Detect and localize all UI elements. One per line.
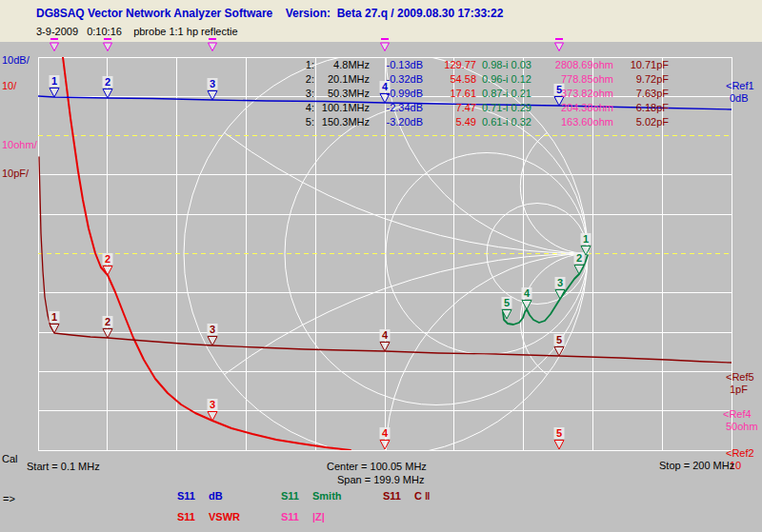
marker-cell-freq-5: 150.3MHz (314, 116, 370, 128)
svg-text:2: 2 (105, 76, 110, 88)
start-freq-label: Start = 0.1 MHz (27, 461, 100, 472)
legend-s11-vswr[interactable]: S11VSWR (177, 511, 253, 522)
stop-freq-label: Stop = 200 MHz (659, 460, 734, 471)
marker-cell-vswr-1: 129.77 (427, 59, 476, 70)
legend-s11-c-port: S11 (383, 490, 401, 502)
marker-cell-vswr-4: 7.47 (427, 102, 476, 113)
app-title: DG8SAQ Vector Network Analyzer Software … (36, 7, 503, 20)
scale-label-ohm: 10ohm/ (2, 139, 37, 150)
marker-cell-freq-4: 100.1MHz (314, 102, 370, 113)
scale-label-db: 10dB/ (2, 54, 30, 66)
marker-cell-smith-4: 0.71-i 0.29 (482, 102, 543, 113)
legend-s11-z-name: |Z| (312, 511, 325, 522)
title-bar: DG8SAQ Vector Network Analyzer Software … (0, 0, 762, 42)
ref4-value: 50ohm (723, 421, 759, 433)
svg-text:1: 1 (51, 75, 57, 87)
marker-cell-ohm-3: 373.82ohm (541, 88, 613, 99)
marker-cell-pf-1: 10.71pF (619, 59, 669, 70)
marker-cell-ohm-5: 163.60ohm (541, 116, 613, 128)
marker-cell-idx-3: 3: (291, 88, 314, 99)
svg-text:4: 4 (382, 329, 389, 341)
ref5-arrow: <Ref5 (726, 371, 762, 384)
svg-text:5: 5 (504, 297, 510, 308)
marker-cell-freq-1: 4.8MHz (314, 59, 370, 70)
marker-cell-ohm-2: 778.85ohm (541, 73, 613, 85)
legend-s11-c-name: C ‖ (414, 490, 430, 502)
marker-cell-freq-3: 50.3MHz (314, 88, 370, 99)
cal-label: Cal (2, 453, 18, 464)
marker-cell-vswr-3: 17.61 (427, 88, 476, 99)
svg-text:1: 1 (583, 233, 589, 245)
svg-text:3: 3 (210, 399, 215, 410)
marker-cell-pf-2: 9.72pF (619, 73, 669, 85)
legend-s11-smith[interactable]: S11Smith (281, 490, 355, 502)
marker-cell-smith-5: 0.61-i 0.32 (482, 116, 543, 128)
legend-s11-db-port: S11 (177, 490, 195, 502)
marker-cell-idx-2: 2: (291, 73, 314, 85)
svg-text:3: 3 (557, 277, 563, 288)
span-freq-label: Span = 199.9 MHz (337, 474, 424, 485)
marker-cell-db-2: -0.32dB (373, 73, 423, 85)
legend-s11-vswr-port: S11 (177, 511, 195, 522)
scale-label-pf: 10pF/ (2, 167, 29, 179)
legend-s11-z-port: S11 (281, 511, 299, 522)
svg-text:4: 4 (524, 287, 531, 299)
svg-text:3: 3 (210, 78, 215, 89)
marker-cell-idx-1: 1: (291, 59, 314, 70)
svg-text:2: 2 (105, 316, 110, 327)
marker-cell-pf-5: 5.02pF (619, 116, 669, 128)
marker-cell-ohm-4: 204.38ohm (541, 102, 613, 113)
marker-cell-idx-4: 4: (291, 102, 314, 113)
info-line: 3-9-2009 0:10:16 pbrobe 1:1 hp reflectie (36, 26, 238, 37)
svg-text:1: 1 (51, 311, 57, 323)
marker-cell-pf-4: 6.18pF (619, 102, 669, 113)
marker-cell-vswr-2: 54.58 (427, 73, 476, 85)
marker-cell-smith-3: 0.87-i 0.21 (482, 88, 543, 99)
legend-s11-smith-name: Smith (312, 490, 342, 502)
marker-cell-ohm-1: 2808.69ohm (541, 59, 613, 70)
svg-text:5: 5 (556, 427, 562, 439)
ref4-arrow: <Ref4 (723, 408, 759, 421)
marker-cell-db-1: -0.13dB (373, 59, 423, 70)
marker-cell-db-3: -0.99dB (373, 88, 423, 99)
scale-label-vswr: 10/ (2, 80, 16, 91)
legend-s11-z[interactable]: S11|Z| (281, 511, 338, 522)
legend-s11-smith-port: S11 (281, 490, 299, 502)
ref5-value: 1pF (726, 384, 762, 396)
marker-cell-db-4: -2.34dB (373, 102, 423, 113)
legend-s11-c[interactable]: S11C ‖ (383, 490, 443, 502)
ref5-label: <Ref51pF (726, 371, 762, 396)
ref1-arrow: <Ref1 (726, 80, 762, 92)
marker-cell-pf-3: 7.63pF (619, 88, 669, 99)
marker-cell-idx-5: 5: (291, 116, 314, 128)
legend-s11-vswr-name: VSWR (209, 511, 240, 522)
ref4-label: <Ref450ohm (723, 408, 759, 433)
legend-s11-db[interactable]: S11dB (177, 490, 236, 502)
center-freq-label: Center = 100.05 MHz (327, 461, 427, 472)
marker-cell-freq-2: 20.1MHz (314, 73, 370, 85)
marker-cell-smith-1: 0.98-i 0.03 (482, 59, 543, 70)
svg-text:5: 5 (556, 334, 562, 345)
ref2-arrow: <Ref2 (726, 447, 762, 460)
marker-cell-smith-2: 0.96-i 0.12 (482, 73, 543, 85)
svg-text:2: 2 (576, 252, 582, 264)
svg-text:4: 4 (382, 427, 389, 439)
prompt-label: => (3, 493, 15, 504)
marker-cell-vswr-5: 5.49 (427, 116, 476, 128)
legend-s11-db-name: dB (209, 490, 223, 502)
ref1-value: 0dB (726, 92, 762, 105)
svg-text:3: 3 (210, 324, 215, 335)
marker-cell-db-5: -3.20dB (373, 116, 423, 128)
ref1-label: <Ref10dB (726, 80, 762, 105)
svg-text:2: 2 (105, 253, 110, 265)
